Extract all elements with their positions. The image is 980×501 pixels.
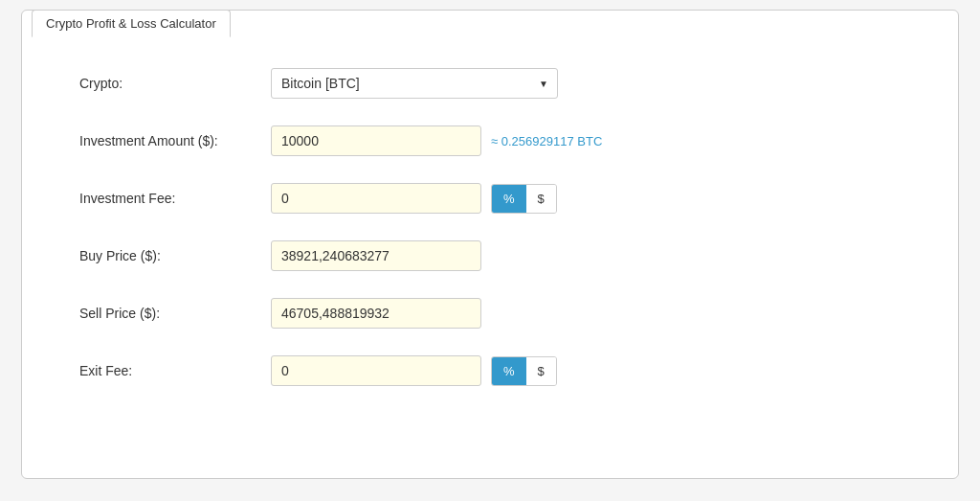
investment-fee-row: Investment Fee: % $ [79,183,901,214]
investment-amount-row: Investment Amount ($): ≈ 0.256929117 BTC [79,125,901,156]
sell-price-label: Sell Price ($): [79,306,271,321]
crypto-select-wrapper[interactable]: Bitcoin [BTC] Ethereum [ETH] Litecoin [L… [271,68,558,99]
btc-equiv: ≈ 0.256929117 BTC [491,134,602,148]
exit-fee-input[interactable] [271,355,481,386]
crypto-row: Crypto: Bitcoin [BTC] Ethereum [ETH] Lit… [79,68,901,99]
investment-fee-pct-button[interactable]: % [492,185,526,213]
buy-price-input[interactable] [271,240,481,271]
sell-price-row: Sell Price ($): [79,298,901,329]
investment-fee-dollar-button[interactable]: $ [526,185,556,213]
exit-fee-dollar-button[interactable]: $ [526,357,556,385]
calculator-card: Crypto Profit & Loss Calculator Crypto: … [21,10,959,479]
investment-amount-label: Investment Amount ($): [79,133,271,148]
card-tab-title: Crypto Profit & Loss Calculator [32,10,231,37]
buy-price-row: Buy Price ($): [79,240,901,271]
investment-fee-label: Investment Fee: [79,191,271,206]
crypto-label: Crypto: [79,76,271,91]
card-body: Crypto: Bitcoin [BTC] Ethereum [ETH] Lit… [22,39,958,442]
exit-fee-row: Exit Fee: % $ [79,355,901,386]
sell-price-controls [271,298,481,329]
investment-fee-input[interactable] [271,183,481,214]
crypto-controls: Bitcoin [BTC] Ethereum [ETH] Litecoin [L… [271,68,558,99]
exit-fee-label: Exit Fee: [79,363,271,378]
crypto-select[interactable]: Bitcoin [BTC] Ethereum [ETH] Litecoin [L… [271,68,558,99]
sell-price-input[interactable] [271,298,481,329]
investment-fee-controls: % $ [271,183,557,214]
investment-fee-toggle: % $ [491,184,557,214]
investment-amount-controls: ≈ 0.256929117 BTC [271,125,602,156]
buy-price-controls [271,240,481,271]
investment-amount-input[interactable] [271,125,481,156]
exit-fee-controls: % $ [271,355,557,386]
exit-fee-toggle: % $ [491,356,557,386]
exit-fee-pct-button[interactable]: % [492,357,526,385]
buy-price-label: Buy Price ($): [79,248,271,263]
